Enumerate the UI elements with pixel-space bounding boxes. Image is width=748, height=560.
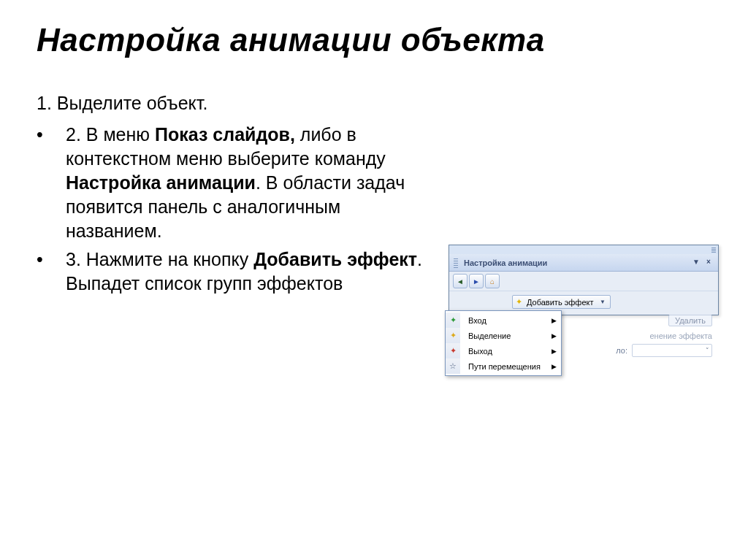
step-2-bold-command: Настройка анимации bbox=[66, 172, 256, 193]
page-title: Настройка анимации объекта bbox=[37, 22, 719, 58]
pane-nav: ◄ ► ⌂ bbox=[449, 272, 718, 291]
bullet-icon: • bbox=[37, 248, 66, 296]
chevron-right-icon: ▶ bbox=[552, 317, 557, 324]
submenu-label: Выход bbox=[468, 347, 492, 356]
task-pane: Настройка анимации ▼ × ◄ ► ⌂ ✦ Добавить … bbox=[449, 245, 719, 315]
grip-icon[interactable] bbox=[454, 258, 458, 268]
effect-submenu: ✦ Вход ▶ ✦ Выделение ▶ ✦ Выход ▶ ☆ Пути … bbox=[445, 310, 562, 376]
start-label: ло: bbox=[616, 346, 627, 355]
start-dropdown[interactable]: ˅ bbox=[632, 344, 712, 357]
step-1-text: Выделите объект. bbox=[52, 93, 208, 113]
step-3-prefix: 3. Нажмите на кнопку bbox=[66, 249, 253, 269]
submenu-item-exit[interactable]: ✦ Выход ▶ bbox=[446, 343, 561, 358]
chevron-right-icon: ▶ bbox=[552, 363, 557, 370]
nav-home-button[interactable]: ⌂ bbox=[485, 274, 500, 288]
chevron-down-icon: ▼ bbox=[600, 299, 606, 305]
start-row: ло: ˅ bbox=[616, 344, 712, 357]
add-effect-label: Добавить эффект bbox=[527, 298, 593, 307]
step-3: • 3. Нажмите на кнопку Добавить эффект. … bbox=[37, 248, 441, 296]
nav-forward-button[interactable]: ► bbox=[469, 274, 484, 288]
content-row: 1. Выделите объект. • 2. В меню Показ сл… bbox=[37, 91, 719, 315]
step-2-bold-menu: Показ слайдов, bbox=[155, 124, 295, 145]
step-2: • 2. В меню Показ слайдов, либо в контек… bbox=[37, 123, 441, 243]
step-2-body: 2. В меню Показ слайдов, либо в контекст… bbox=[66, 123, 441, 243]
star-icon: ✦ bbox=[516, 297, 522, 307]
bullet-icon: • bbox=[37, 123, 66, 243]
pane-dropdown-button[interactable]: ▼ bbox=[691, 258, 701, 268]
grip-icon bbox=[711, 247, 716, 253]
submenu-label: Вход bbox=[468, 316, 486, 325]
change-effect-label: енение эффекта bbox=[649, 331, 712, 340]
pane-body: ✦ Добавить эффект ▼ ✦ Вход ▶ ✦ Выделение… bbox=[449, 291, 718, 315]
chevron-right-icon: ▶ bbox=[552, 348, 557, 355]
step-1: 1. Выделите объект. bbox=[37, 91, 441, 115]
pane-title: Настройка анимации bbox=[464, 258, 547, 267]
instructions-column: 1. Выделите объект. • 2. В меню Показ сл… bbox=[37, 91, 441, 300]
submenu-item-entry[interactable]: ✦ Вход ▶ bbox=[446, 312, 561, 328]
delete-button[interactable]: Удалить bbox=[668, 315, 712, 326]
star-icon: ✦ bbox=[450, 346, 457, 356]
pane-header: Настройка анимации ▼ × bbox=[449, 254, 718, 272]
star-icon: ☆ bbox=[449, 361, 457, 371]
submenu-item-motion[interactable]: ☆ Пути перемещения ▶ bbox=[446, 358, 561, 374]
pane-top-bar bbox=[449, 245, 718, 254]
star-icon: ✦ bbox=[450, 331, 457, 340]
close-icon[interactable]: × bbox=[703, 258, 714, 268]
star-icon: ✦ bbox=[450, 315, 457, 325]
nav-back-button[interactable]: ◄ bbox=[453, 274, 468, 288]
submenu-label: Пути перемещения bbox=[468, 362, 541, 371]
submenu-item-emphasis[interactable]: ✦ Выделение ▶ bbox=[446, 328, 561, 343]
chevron-right-icon: ▶ bbox=[552, 332, 557, 340]
step-3-bold-button: Добавить эффект bbox=[253, 249, 417, 269]
submenu-label: Выделение bbox=[468, 331, 511, 340]
step-2-prefix: 2. В меню bbox=[66, 124, 155, 145]
step-3-body: 3. Нажмите на кнопку Добавить эффект. Вы… bbox=[66, 248, 441, 296]
add-effect-button[interactable]: ✦ Добавить эффект ▼ bbox=[512, 295, 611, 309]
step-1-number: 1. bbox=[37, 93, 52, 113]
